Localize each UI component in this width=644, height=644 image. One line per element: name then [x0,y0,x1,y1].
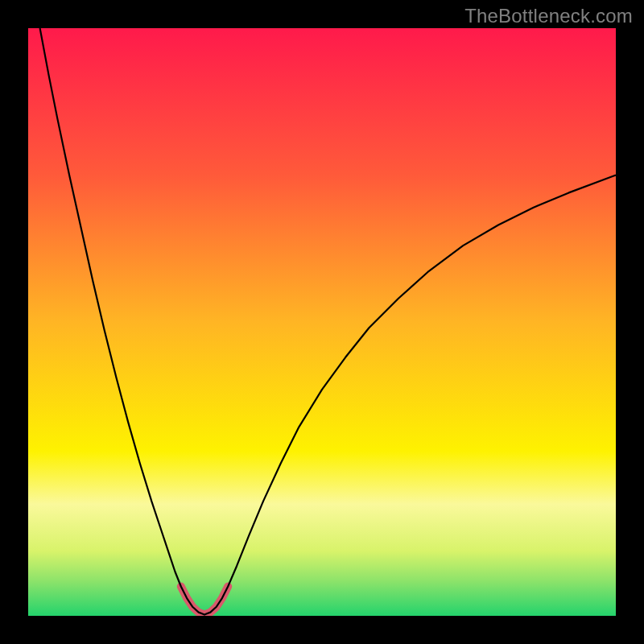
plot-area [28,28,616,616]
chart-background [28,28,616,616]
chart-svg [28,28,616,616]
chart-frame: TheBottleneck.com [0,0,644,644]
watermark-text: TheBottleneck.com [464,5,633,27]
